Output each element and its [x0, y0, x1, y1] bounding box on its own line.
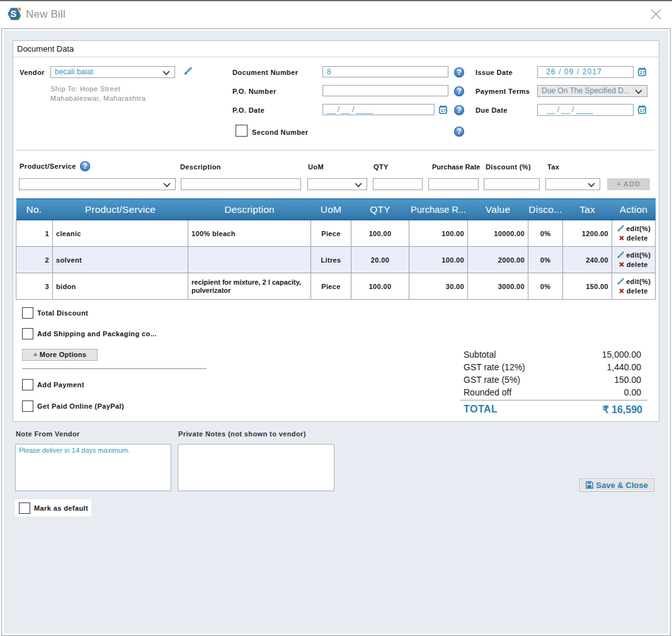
- svg-text:17: 17: [640, 108, 645, 113]
- svg-text:S: S: [10, 8, 16, 19]
- svg-text:17: 17: [441, 108, 446, 113]
- svg-text:17: 17: [640, 70, 645, 76]
